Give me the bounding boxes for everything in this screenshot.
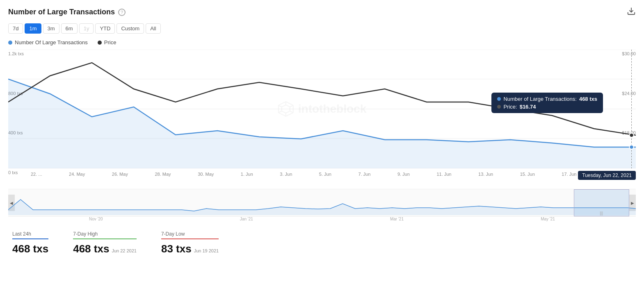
x-label-1: 24. May: [69, 172, 85, 177]
btn-ytd[interactable]: YTD: [95, 23, 115, 34]
x-label-4: 30. May: [198, 172, 214, 177]
tooltip-row-transactions: Number of Large Transactions: 468 txs: [497, 96, 597, 102]
legend-item-price: Price: [98, 39, 116, 45]
x-label-11: 13. Jun: [478, 172, 493, 177]
legend-dot-blue: [8, 41, 12, 45]
stat-7day-low: 7-Day Low 83 txs Jun 19 2021: [161, 231, 219, 255]
tooltip-row-price: Price: $16.74: [497, 104, 597, 110]
stat-value-last24h: 468 txs: [12, 243, 48, 255]
tooltip-date: Tuesday, Jun 22, 2021: [578, 171, 636, 180]
svg-point-17: [629, 133, 633, 137]
x-label-12: 15. Jun: [520, 172, 535, 177]
stat-label-7dayhigh: 7-Day High: [73, 231, 137, 239]
stat-date-7daylow: Jun 19 2021: [194, 248, 219, 253]
chart-tooltip: Number of Large Transactions: 468 txs Pr…: [491, 93, 603, 113]
btn-all[interactable]: All: [146, 23, 160, 34]
stat-num-7daylow: 83 txs: [161, 243, 192, 255]
x-label-5: 1. Jun: [241, 172, 253, 177]
tooltip-label-transactions: Number of Large Transactions:: [503, 96, 576, 102]
tooltip-dot-dark: [497, 105, 501, 109]
stat-7day-high: 7-Day High 468 txs Jun 22 2021: [73, 231, 137, 255]
mini-chart-wrapper: ◀ ▶ ||| Nov '20 Jan '21 Mar '21 May '21: [8, 189, 636, 223]
stat-label-last24h: Last 24h: [12, 231, 48, 239]
stat-label-7daylow: 7-Day Low: [161, 231, 219, 239]
x-label-9: 9. Jun: [397, 172, 410, 177]
mini-label-nov20: Nov '20: [89, 217, 103, 221]
x-label-6: 3. Jun: [280, 172, 292, 177]
btn-custom[interactable]: Custom: [116, 23, 144, 34]
legend-dot-dark: [98, 41, 102, 45]
x-label-8: 7. Jun: [358, 172, 370, 177]
x-label-0: 22. ...: [31, 172, 42, 177]
x-label-10: 11. Jun: [436, 172, 451, 177]
main-chart-container: 1.2k txs 800 txs 400 txs 0 txs $30.00 $2…: [8, 50, 636, 177]
mini-label-mar21: Mar '21: [390, 217, 404, 221]
legend-item-transactions: Number Of Large Transactions: [8, 39, 88, 45]
x-label-3: 28. May: [155, 172, 171, 177]
mini-drag-handle[interactable]: |||: [600, 211, 603, 216]
svg-marker-18: [8, 200, 636, 215]
stat-value-7dayhigh: 468 txs Jun 22 2021: [73, 243, 137, 255]
time-range-selector: 7d 1m 3m 6m 1y YTD Custom All: [8, 23, 636, 34]
chart-title: Number of Large Transactions: [8, 8, 115, 16]
mini-chart-svg: [8, 191, 636, 215]
x-axis: 22. ... 24. May 26. May 28. May 30. May …: [8, 170, 636, 177]
svg-point-16: [629, 145, 633, 149]
btn-3m[interactable]: 3m: [43, 23, 59, 34]
mini-label-jan21: Jan '21: [240, 217, 253, 221]
btn-7d[interactable]: 7d: [8, 23, 23, 34]
chart-legend: Number Of Large Transactions Price: [8, 39, 636, 45]
tooltip-dot-blue: [497, 97, 501, 101]
tooltip-value-price: $16.74: [520, 104, 536, 110]
y-left-4: 0 txs: [8, 170, 29, 175]
stats-bar: Last 24h 468 txs 7-Day High 468 txs Jun …: [8, 223, 636, 259]
x-label-2: 26. May: [112, 172, 128, 177]
x-label-7: 5. Jun: [319, 172, 331, 177]
chart-header: Number of Large Transactions ?: [8, 7, 636, 18]
download-icon[interactable]: [627, 7, 636, 18]
chart-svg-area[interactable]: intotheblock: [8, 50, 636, 168]
stat-last24h: Last 24h 468 txs: [12, 231, 48, 255]
mini-label-may21: May '21: [541, 217, 555, 221]
mini-chart-labels: Nov '20 Jan '21 Mar '21 May '21: [8, 216, 636, 222]
header-left: Number of Large Transactions ?: [8, 8, 126, 16]
btn-1m[interactable]: 1m: [25, 23, 41, 34]
stat-num-last24h: 468 txs: [12, 243, 48, 255]
stat-date-7dayhigh: Jun 22 2021: [112, 248, 137, 253]
btn-6m[interactable]: 6m: [61, 23, 78, 34]
legend-label-price: Price: [104, 39, 116, 45]
tooltip-value-transactions: 468 txs: [579, 96, 597, 102]
tooltip-label-price: Price:: [503, 104, 517, 110]
btn-1y[interactable]: 1y: [79, 23, 94, 34]
mini-chart[interactable]: ◀ ▶ |||: [8, 189, 636, 217]
stat-value-7daylow: 83 txs Jun 19 2021: [161, 243, 219, 255]
stat-num-7dayhigh: 468 txs: [73, 243, 109, 255]
info-icon[interactable]: ?: [118, 9, 126, 16]
x-label-13: 17. Jun: [562, 172, 576, 177]
legend-label-transactions: Number Of Large Transactions: [15, 39, 88, 45]
